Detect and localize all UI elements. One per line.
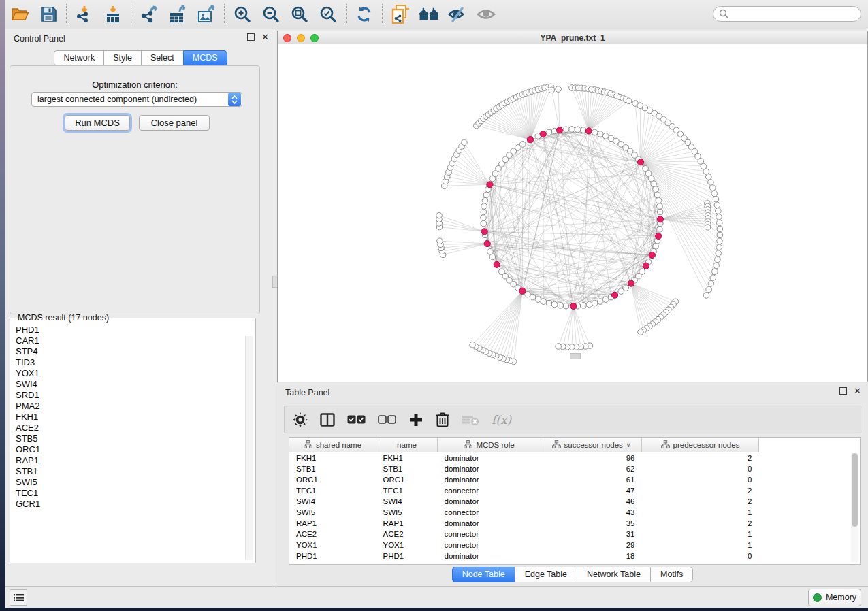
cell[interactable]: SWI5 [289,507,376,518]
tab-select[interactable]: Select [141,50,183,66]
cell[interactable]: dominator [438,518,541,529]
cell[interactable]: SWI5 [376,507,438,518]
cell[interactable]: dominator [438,496,541,507]
zoom-in-icon[interactable] [232,4,253,24]
mcds-result-item[interactable]: CAR1 [16,335,254,346]
close-panel-button[interactable]: Close panel [139,115,210,131]
cell[interactable]: ORC1 [376,474,438,485]
cell[interactable]: 47 [541,485,642,496]
cell[interactable]: RAP1 [289,518,376,529]
cell[interactable]: STB1 [289,463,376,474]
network-canvas[interactable] [278,44,867,382]
save-session-icon[interactable] [38,4,59,24]
mcds-result-item[interactable]: PHD1 [16,325,254,335]
new-network-from-selection-icon[interactable] [390,4,411,24]
cell[interactable]: TEC1 [289,485,376,496]
cell[interactable]: dominator [438,474,541,485]
mcds-result-item[interactable]: SWI5 [16,477,254,488]
first-neighbors-icon[interactable] [419,4,439,24]
cell[interactable]: SWI4 [376,496,438,507]
mcds-result-item[interactable]: YOX1 [16,368,254,379]
delete-table-icon[interactable] [462,411,479,429]
cell[interactable]: YOX1 [289,540,376,550]
zoom-selected-icon[interactable] [318,4,338,24]
cell[interactable]: dominator [438,452,541,464]
mcds-result-item[interactable]: ACE2 [16,423,254,433]
criterion-select[interactable]: largest connected component (undirected) [31,92,242,107]
show-panels-list-button[interactable] [10,589,27,606]
table-row[interactable]: STB1STB1dominator620 [289,463,759,474]
table-row[interactable]: RAP1RAP1dominator352 [289,518,759,529]
mcds-result-item[interactable]: STB5 [16,433,254,444]
mcds-result-item[interactable]: SRD1 [16,390,254,401]
hide-selected-icon[interactable] [447,4,468,24]
cell[interactable]: RAP1 [376,518,438,529]
table-scrollbar-thumb[interactable] [852,453,858,527]
mcds-result-item[interactable]: ORC1 [16,444,254,455]
cell[interactable]: PHD1 [376,550,438,561]
refresh-icon[interactable] [354,4,374,24]
cell[interactable]: 29 [541,540,642,550]
horizontal-splitter-handle[interactable] [570,353,581,359]
cell[interactable]: 1 [642,540,759,550]
cell[interactable]: 35 [541,518,642,529]
column-header-mcds-role[interactable]: MCDS role [438,438,541,452]
table-row[interactable]: ORC1ORC1dominator610 [289,474,759,485]
cell[interactable]: PHD1 [289,550,376,561]
zoom-fit-icon[interactable] [289,4,310,24]
cell[interactable]: 2 [642,452,759,464]
float-panel-icon[interactable] [247,33,255,41]
mcds-result-item[interactable]: PMA2 [16,401,254,412]
mcds-result-item[interactable]: GCR1 [16,499,254,510]
close-panel-icon[interactable]: ✕ [261,34,269,41]
add-icon[interactable] [408,411,423,429]
cell[interactable]: 43 [541,507,642,518]
column-header-name[interactable]: name [376,438,438,452]
cell[interactable]: dominator [438,550,541,561]
import-table-icon[interactable] [103,4,123,24]
import-network-icon[interactable] [74,4,95,24]
trash-icon[interactable] [436,411,449,429]
mcds-result-item[interactable]: STP4 [16,346,254,357]
table-row[interactable]: YOX1YOX1connector291 [289,540,759,550]
gear-icon[interactable] [293,411,308,429]
cell[interactable]: ACE2 [376,529,438,540]
mcds-result-item[interactable]: RAP1 [16,455,254,466]
cell[interactable]: 1 [642,529,759,540]
cell[interactable]: 31 [541,529,642,540]
column-header-shared-name[interactable]: shared name [289,438,376,452]
cell[interactable]: FKH1 [289,452,376,464]
cell[interactable]: 0 [642,550,759,561]
table-row[interactable]: SWI5SWI5connector431 [289,507,759,518]
cell[interactable]: connector [438,529,541,540]
tab-network[interactable]: Network [54,50,103,66]
cell[interactable]: FKH1 [376,452,438,464]
mcds-result-item[interactable]: STB1 [16,466,254,477]
cell[interactable]: YOX1 [376,540,438,550]
mcds-result-item[interactable]: TEC1 [16,488,254,499]
cell[interactable]: ORC1 [289,474,376,485]
table-row[interactable]: ACE2ACE2connector311 [289,529,759,540]
deselect-all-icon[interactable] [378,411,396,429]
cell[interactable]: ACE2 [289,529,376,540]
cell[interactable]: SWI4 [289,496,376,507]
table-row[interactable]: FKH1FKH1dominator962 [289,452,759,464]
cell[interactable]: TEC1 [376,485,438,496]
cell[interactable]: 2 [642,485,759,496]
search-input[interactable] [713,6,861,22]
export-network-icon[interactable] [139,4,159,24]
table-scrollbar[interactable] [851,453,858,562]
cell[interactable]: 46 [541,496,642,507]
cell[interactable]: 2 [642,496,759,507]
cell[interactable]: 0 [642,463,759,474]
cell[interactable]: 1 [642,507,759,518]
table-row[interactable]: TEC1TEC1connector472 [289,485,759,496]
cell[interactable]: 62 [541,463,642,474]
select-all-icon[interactable] [347,411,366,429]
cell[interactable]: 96 [541,452,642,464]
cell[interactable]: STB1 [376,463,438,474]
network-window-titlebar[interactable]: YPA_prune.txt_1 [278,31,867,45]
export-table-icon[interactable] [167,4,188,24]
cell[interactable]: connector [438,485,541,496]
column-header-successor-nodes[interactable]: successor nodes∨ [541,438,642,452]
